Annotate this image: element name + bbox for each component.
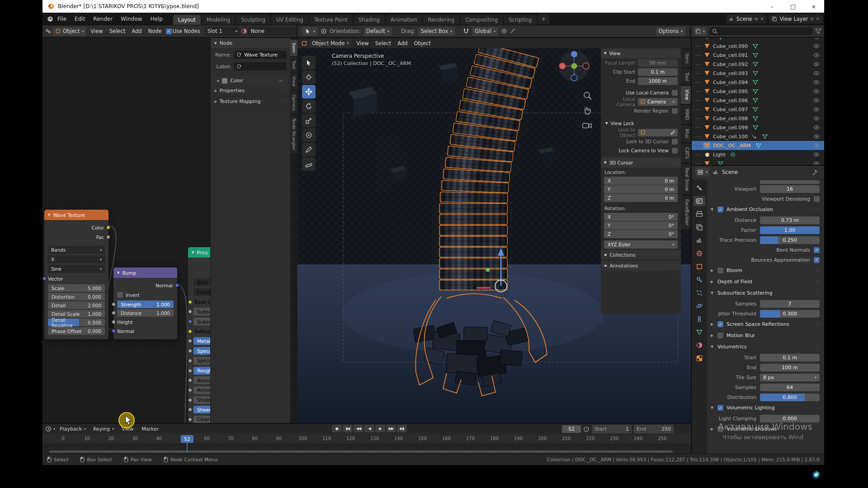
input-socket[interactable] — [188, 349, 192, 353]
visibility-eye-icon[interactable] — [813, 52, 820, 58]
window-control-button[interactable]: – — [762, 0, 783, 13]
workspace-tab[interactable]: Scripting — [504, 15, 537, 25]
node-input-row[interactable]: Subsurf — [188, 326, 210, 336]
list-icon[interactable]: ≔ — [278, 78, 284, 84]
playhead[interactable] — [187, 443, 188, 453]
sidebar-tab[interactable]: Real Snow — [681, 164, 691, 195]
filter-icon[interactable] — [815, 28, 821, 34]
properties-tab[interactable] — [693, 222, 705, 232]
collapsed-panel-header[interactable]: ▼Properties:::: — [211, 85, 290, 96]
distance-slider[interactable]: Distance1.000 — [117, 309, 174, 317]
ambient-occlusion-header[interactable]: ▼✓Ambient Occlusion:::: — [707, 204, 824, 215]
window-control-button[interactable]: × — [803, 0, 824, 13]
menu-item[interactable]: Add — [394, 40, 410, 47]
properties-tab[interactable] — [693, 183, 705, 193]
node-label-field[interactable] — [234, 62, 287, 70]
focal-length-field[interactable]: 50 mm — [638, 59, 678, 67]
active-tool-dropdown[interactable]: ▾ — [302, 27, 318, 36]
floating-cube[interactable] — [439, 63, 458, 84]
node-input-row[interactable]: Rough — [188, 366, 210, 375]
node-dropdown[interactable]: Sine▾ — [48, 265, 105, 273]
transport-button[interactable]: ▮◀ — [343, 425, 353, 432]
properties-tab[interactable] — [693, 314, 705, 324]
marker-menu[interactable]: Marker — [138, 426, 162, 432]
local-camera-field[interactable]: Camera× — [638, 98, 678, 106]
outliner-display-mode-dropdown[interactable]: ▾ — [693, 27, 707, 36]
workspace-tab[interactable]: Layout — [173, 15, 201, 25]
shader-node-editor[interactable]: ▼Wave Texture ColorFac Bands▾X▾Sine▾ Vec… — [42, 38, 297, 423]
collapsed-panel-header[interactable]: ▼Texture Mapping:::: — [211, 96, 290, 107]
shader-type-dropdown[interactable]: Object▾ — [52, 27, 86, 36]
input-socket[interactable] — [188, 319, 192, 324]
clear-icon[interactable]: × — [671, 99, 675, 104]
viewport-samples-field[interactable]: 16 — [760, 185, 820, 193]
motion-blur-checkbox[interactable] — [717, 333, 723, 338]
visibility-eye-icon[interactable] — [813, 38, 820, 40]
bloom-checkbox[interactable] — [717, 267, 723, 273]
outliner-row[interactable]: Cube_cell.093 — [692, 69, 824, 78]
outliner-row[interactable]: Light — [692, 150, 824, 159]
bent-normals-checkbox[interactable]: ✓ — [814, 247, 820, 253]
sidebar-tab[interactable]: Tool — [290, 57, 297, 72]
view-layer-selector[interactable]: View Layer ⧉× — [769, 14, 822, 23]
viewport-denoising-checkbox[interactable] — [814, 196, 820, 202]
output-socket[interactable] — [106, 235, 110, 239]
input-socket[interactable] — [188, 339, 192, 343]
transport-button[interactable]: ◀ — [364, 425, 374, 432]
properties-tab[interactable] — [693, 353, 705, 363]
input-socket[interactable] — [42, 277, 47, 281]
viewport-tool-button[interactable] — [302, 114, 316, 127]
navigation-gizmo[interactable] — [559, 51, 590, 81]
properties-tab[interactable] — [693, 262, 705, 272]
visibility-eye-icon[interactable] — [813, 97, 820, 103]
properties-tab[interactable] — [693, 249, 705, 258]
outliner-row[interactable]: Cube_cell.094 — [692, 78, 824, 87]
ao-distance-field[interactable]: 0.73 m — [760, 216, 820, 224]
color-swatch[interactable] — [222, 78, 227, 84]
viewport-tool-button[interactable] — [302, 157, 316, 171]
viewport-tool-button[interactable] — [302, 56, 316, 70]
cursor-axis-field[interactable]: Z0° — [604, 230, 678, 238]
ao-trace-slider[interactable]: 0.250 — [760, 236, 820, 244]
slot-dropdown[interactable]: Slot 1▾ — [205, 27, 240, 36]
sss-samples-field[interactable]: 7 — [760, 300, 820, 308]
sidebar-tab[interactable]: View — [681, 86, 691, 104]
node-bump[interactable]: ▼Bump Normal Invert Strength1.000 Distan… — [113, 267, 177, 339]
node-header[interactable]: ▼Princ — [188, 247, 210, 258]
clip-end-field[interactable]: 1000 m — [638, 77, 678, 85]
rotation-order-dropdown[interactable]: XYZ Euler▾ — [604, 240, 678, 249]
node-name-field[interactable]: Wave Texture — [234, 51, 287, 59]
cursor-axis-field[interactable]: X0° — [604, 213, 678, 221]
add-workspace-button[interactable]: + — [538, 14, 549, 24]
workspace-tab[interactable]: Texture Paint — [309, 15, 353, 25]
outliner-row[interactable] — [692, 159, 824, 165]
node-input-row[interactable]: Sheen — [188, 405, 210, 415]
lock-to-object-field[interactable]: 🖉 — [638, 129, 678, 136]
new-layer-icon[interactable]: ⧉ — [810, 16, 813, 22]
bloom-header[interactable]: ▶Bloom:::: — [707, 265, 824, 276]
menu-item[interactable]: Select — [372, 40, 394, 47]
frame-end-field[interactable]: End250 — [634, 425, 674, 433]
menu-item[interactable]: View — [87, 28, 106, 34]
node-header[interactable]: ▼Bump — [113, 267, 177, 278]
workspace-tab[interactable]: Shading — [354, 15, 385, 25]
workspace-tab[interactable]: UV Editing — [271, 15, 308, 25]
workspace-tab[interactable]: Sculpting — [236, 15, 270, 25]
menu-item[interactable]: Node — [145, 28, 165, 34]
cursor-axis-field[interactable]: Y0 m — [604, 185, 678, 193]
sidebar-tab[interactable]: Item — [290, 40, 297, 56]
menu-item[interactable]: File — [53, 16, 71, 22]
node-dropdown[interactable]: X▾ — [48, 255, 105, 263]
visibility-eye-icon[interactable] — [813, 79, 820, 85]
input-socket[interactable] — [112, 329, 116, 333]
material-name-field[interactable]: None — [248, 27, 296, 36]
sss-jitter-slider[interactable]: 0.300 — [760, 310, 820, 318]
window-control-button[interactable]: □ — [783, 0, 803, 13]
menu-item[interactable]: Window — [117, 16, 146, 22]
node-input-row[interactable]: Aniso — [188, 385, 210, 395]
sss-header[interactable]: ▼Subsurface Scattering:::: — [707, 287, 824, 299]
new-scene-icon[interactable]: ⧉ — [755, 16, 758, 22]
timeline[interactable]: ▾ Playback▾ Keying▾ View Marker ●▮◀◀◀◀▶▶… — [42, 423, 691, 454]
pin-icon[interactable] — [811, 169, 818, 175]
annotations-panel-header[interactable]: ▼Annotations:::: — [601, 261, 681, 270]
